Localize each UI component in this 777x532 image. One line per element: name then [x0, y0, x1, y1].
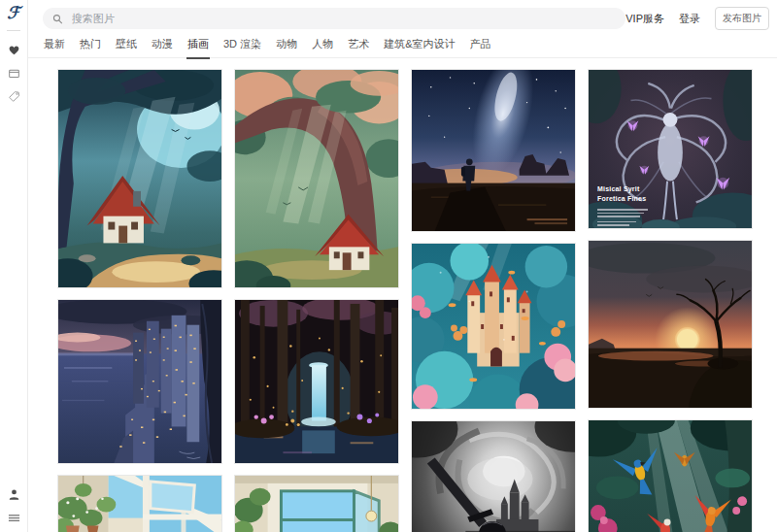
underwater-coral-castle-artwork: [412, 244, 575, 409]
collections-folder-icon[interactable]: [6, 65, 21, 81]
masonry-column-1: [57, 69, 222, 532]
search-icon: [52, 14, 63, 24]
user-icon: [8, 488, 20, 501]
masonry-column-4: Misical Syrit Foretica Fines: [588, 69, 753, 532]
forest-cottage-blue-artwork: [58, 70, 221, 287]
search-bar[interactable]: [43, 8, 625, 29]
top-bar: VIP服务 登录 发布图片: [28, 0, 777, 30]
user-profile-icon[interactable]: [6, 486, 21, 502]
gallery-image-sunroom-plants[interactable]: [57, 475, 222, 532]
header-actions: VIP服务 登录 发布图片: [625, 7, 769, 30]
tab-popular[interactable]: 热门: [79, 30, 102, 58]
sidebar-divider: [7, 30, 20, 31]
tab-latest[interactable]: 最新: [43, 30, 66, 58]
gallery-image-forest-cottage-blue[interactable]: [57, 69, 222, 288]
storm-vortex-knight-artwork: [412, 421, 575, 532]
category-tabs: 最新 热门 壁纸 动漫 插画 3D 渲染 动物 人物 艺术 建筑&室内设计 产品: [28, 31, 777, 58]
favorites-heart-icon[interactable]: [6, 42, 21, 57]
gallery-image-glowing-forest-waterfall[interactable]: [234, 299, 399, 464]
cliff-city-dusk-artwork: [58, 300, 221, 463]
tab-architecture-interior[interactable]: 建筑&室内设计: [383, 30, 456, 58]
tab-animals[interactable]: 动物: [275, 30, 298, 58]
tab-products[interactable]: 产品: [468, 30, 491, 58]
masonry-column-3: [411, 69, 576, 532]
gallery-image-jungle-parrots[interactable]: [588, 419, 753, 532]
tab-illustration[interactable]: 插画: [186, 30, 210, 58]
tag-icon: [8, 90, 20, 103]
sidebar: ℱ: [0, 0, 28, 532]
open-window-sky-artwork: [235, 476, 398, 532]
heart-icon: [8, 44, 20, 56]
tab-3d-render[interactable]: 3D 渲染: [222, 30, 262, 58]
forest-cottage-green-artwork: [235, 70, 398, 287]
sunset-lone-tree-artwork: [589, 241, 752, 408]
glowing-forest-waterfall-artwork: [235, 300, 398, 463]
gallery-image-forest-cottage-green[interactable]: [234, 69, 399, 288]
gallery-image-underwater-coral-castle[interactable]: [411, 243, 576, 410]
vip-service-link[interactable]: VIP服务: [625, 12, 664, 26]
tags-icon[interactable]: [6, 88, 21, 104]
tab-people[interactable]: 人物: [311, 30, 334, 58]
gallery-image-stargazer-night-sky[interactable]: [411, 69, 576, 232]
gallery-image-sunset-lone-tree[interactable]: [588, 240, 753, 409]
gallery-image-forest-spirit-poster[interactable]: Misical Syrit Foretica Fines: [588, 69, 753, 229]
hamburger-icon: [8, 512, 20, 524]
folder-icon: [8, 67, 20, 80]
site-logo[interactable]: ℱ: [7, 5, 19, 21]
gallery-image-cliff-city-dusk[interactable]: [57, 299, 222, 464]
stargazer-night-sky-artwork: [412, 70, 575, 231]
image-masonry-grid: Misical Syrit Foretica Fines: [28, 58, 777, 532]
search-input[interactable]: [70, 12, 617, 25]
gallery-image-open-window-sky[interactable]: [234, 475, 399, 532]
tab-anime[interactable]: 动漫: [151, 30, 174, 58]
gallery-image-storm-vortex-knight[interactable]: [411, 420, 576, 532]
publish-image-button[interactable]: 发布图片: [715, 7, 769, 30]
forest-spirit-poster-artwork: [589, 70, 752, 228]
tab-wallpaper[interactable]: 壁纸: [115, 30, 138, 58]
menu-hamburger-icon[interactable]: [6, 510, 21, 525]
tab-art[interactable]: 艺术: [347, 30, 370, 58]
main-content: VIP服务 登录 发布图片 最新 热门 壁纸 动漫 插画 3D 渲染 动物 人物…: [28, 0, 777, 532]
masonry-column-2: [234, 69, 399, 532]
jungle-parrots-artwork: [589, 420, 752, 532]
sunroom-plants-artwork: [58, 476, 221, 532]
login-link[interactable]: 登录: [679, 12, 700, 26]
